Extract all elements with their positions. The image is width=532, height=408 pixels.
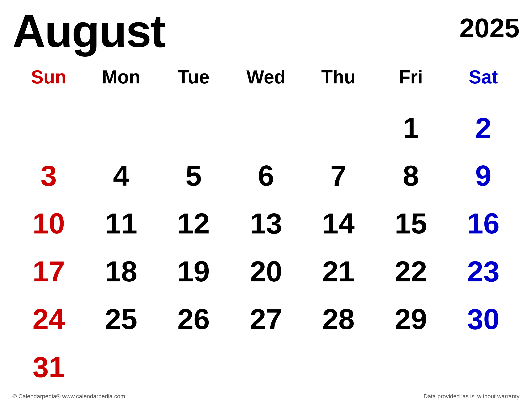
day-cell-w1-thu bbox=[302, 104, 375, 152]
day-cell-31: 31 bbox=[12, 343, 85, 391]
day-cell-10: 10 bbox=[12, 200, 85, 247]
day-cell-29: 29 bbox=[375, 295, 447, 343]
day-cell-5: 5 bbox=[157, 152, 230, 200]
footer-right: Data provided 'as is' without warranty bbox=[424, 393, 520, 400]
day-header-fri: Fri bbox=[375, 62, 447, 104]
day-header-sun: Sun bbox=[12, 62, 85, 104]
day-cell-w6-wed bbox=[230, 343, 302, 391]
day-header-thu: Thu bbox=[302, 62, 375, 104]
day-cell-w6-fri bbox=[375, 343, 447, 391]
day-cell-20: 20 bbox=[230, 247, 302, 295]
day-cell-17: 17 bbox=[12, 247, 85, 295]
day-cell-25: 25 bbox=[85, 295, 158, 343]
day-cell-22: 22 bbox=[375, 247, 447, 295]
header-row: August 2025 bbox=[12, 8, 520, 54]
year-title: 2025 bbox=[460, 8, 520, 42]
day-cell-w1-sun bbox=[12, 104, 85, 152]
day-cell-w6-tue bbox=[157, 343, 230, 391]
day-cell-21: 21 bbox=[302, 247, 375, 295]
calendar-container: August 2025 Sun Mon Tue Wed Thu Fri Sat … bbox=[0, 0, 532, 408]
day-cell-w1-wed bbox=[230, 104, 302, 152]
day-cell-16: 16 bbox=[447, 200, 520, 247]
day-cell-30: 30 bbox=[447, 295, 520, 343]
day-cell-8: 8 bbox=[375, 152, 447, 200]
day-cell-13: 13 bbox=[230, 200, 302, 247]
day-cell-24: 24 bbox=[12, 295, 85, 343]
month-title: August bbox=[12, 8, 165, 54]
day-cell-w1-mon bbox=[85, 104, 158, 152]
footer-left: © Calendarpedia® www.calendarpedia.com bbox=[12, 393, 125, 400]
day-cell-6: 6 bbox=[230, 152, 302, 200]
footer: © Calendarpedia® www.calendarpedia.com D… bbox=[12, 391, 520, 400]
day-header-tue: Tue bbox=[157, 62, 230, 104]
day-cell-1: 1 bbox=[375, 104, 447, 152]
day-header-mon: Mon bbox=[85, 62, 158, 104]
day-cell-14: 14 bbox=[302, 200, 375, 247]
day-cell-26: 26 bbox=[157, 295, 230, 343]
day-cell-12: 12 bbox=[157, 200, 230, 247]
day-cell-w6-mon bbox=[85, 343, 158, 391]
day-cell-w6-thu bbox=[302, 343, 375, 391]
day-cell-w1-tue bbox=[157, 104, 230, 152]
day-cell-11: 11 bbox=[85, 200, 158, 247]
day-cell-w6-sat bbox=[447, 343, 520, 391]
day-cell-2: 2 bbox=[447, 104, 520, 152]
day-cell-7: 7 bbox=[302, 152, 375, 200]
day-cell-28: 28 bbox=[302, 295, 375, 343]
day-cell-4: 4 bbox=[85, 152, 158, 200]
day-cell-18: 18 bbox=[85, 247, 158, 295]
day-cell-23: 23 bbox=[447, 247, 520, 295]
day-cell-15: 15 bbox=[375, 200, 447, 247]
day-cell-19: 19 bbox=[157, 247, 230, 295]
day-cell-3: 3 bbox=[12, 152, 85, 200]
day-cell-27: 27 bbox=[230, 295, 302, 343]
day-cell-9: 9 bbox=[447, 152, 520, 200]
calendar-grid: Sun Mon Tue Wed Thu Fri Sat 1 2 3 4 5 6 … bbox=[12, 62, 520, 391]
day-header-sat: Sat bbox=[447, 62, 520, 104]
day-header-wed: Wed bbox=[230, 62, 302, 104]
